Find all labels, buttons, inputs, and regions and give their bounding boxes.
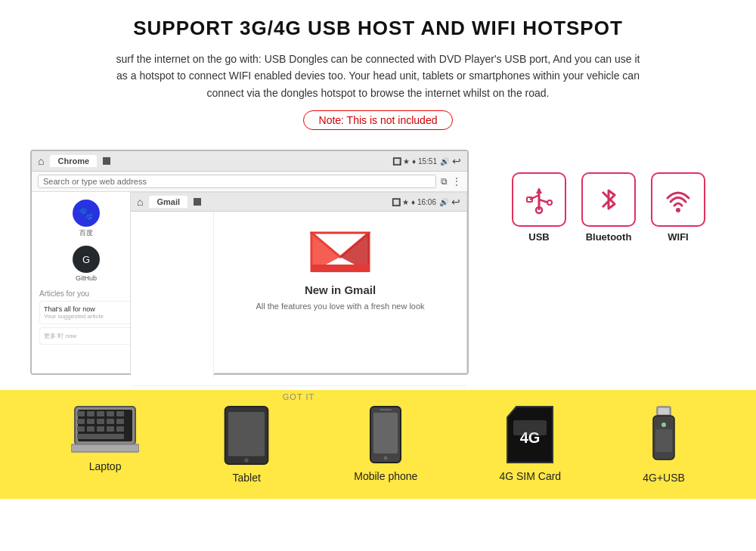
card-2: 更多 时 now bbox=[39, 327, 133, 345]
gmail-cta[interactable]: GOT IT bbox=[131, 385, 466, 407]
mobile-svg bbox=[369, 405, 402, 464]
browser-stop[interactable] bbox=[103, 157, 110, 165]
note-box: Note: This is not included bbox=[303, 110, 454, 130]
svg-rect-35 bbox=[228, 412, 265, 457]
content-area: ⌂ Chrome 🔲 ★ ♦ 15:51 🔊 ↩ Search or type … bbox=[0, 150, 756, 375]
gmail-home-icon[interactable]: ⌂ bbox=[137, 196, 143, 208]
connectivity-icons: USB Bluetooth bbox=[512, 172, 705, 243]
svg-point-12 bbox=[547, 200, 552, 205]
svg-rect-31 bbox=[107, 426, 114, 432]
usb-drive-svg bbox=[649, 405, 678, 466]
wifi-icon-item: WIFI bbox=[651, 172, 705, 243]
gmail-title: New in Gmail bbox=[229, 283, 451, 296]
browser-tab[interactable]: Chrome bbox=[50, 155, 97, 167]
browser-window: ⌂ Chrome 🔲 ★ ♦ 15:51 🔊 ↩ Search or type … bbox=[30, 150, 469, 375]
gmail-back-icon[interactable]: ↩ bbox=[451, 196, 460, 208]
svg-point-47 bbox=[662, 423, 666, 427]
gmail-left-space bbox=[131, 212, 214, 378]
gmail-volume-icon: 🔊 bbox=[439, 198, 448, 206]
bluetooth-svg-icon bbox=[592, 183, 625, 216]
card-1-sub: Your suggested article bbox=[44, 313, 129, 320]
gmail-logo-svg bbox=[310, 227, 370, 276]
svg-rect-38 bbox=[373, 413, 398, 453]
page-title: SUPPORT 3G/4G USB HOST AND WIFI HOTSPOT bbox=[45, 17, 711, 40]
svg-rect-45 bbox=[658, 408, 669, 414]
phone-mockup: ⌂ Chrome 🔲 ★ ♦ 15:51 🔊 ↩ Search or type … bbox=[30, 150, 469, 375]
svg-rect-43 bbox=[513, 420, 547, 435]
tabs-icon[interactable]: ⧉ bbox=[441, 176, 448, 187]
header-section: SUPPORT 3G/4G USB HOST AND WIFI HOTSPOT … bbox=[0, 0, 756, 150]
baidu-app-icon[interactable]: 🐾 百度 bbox=[39, 200, 133, 238]
address-bar: Search or type web address ⧉ ⋮ bbox=[32, 172, 467, 192]
usb-label: USB bbox=[512, 231, 566, 243]
back-icon[interactable]: ↩ bbox=[452, 155, 461, 167]
usb-svg-icon bbox=[522, 183, 556, 216]
svg-rect-25 bbox=[97, 419, 104, 424]
gmail-stop[interactable] bbox=[194, 198, 201, 206]
github-circle: G bbox=[73, 246, 100, 273]
card-1-title: That's all for now bbox=[44, 305, 129, 313]
tablet-svg bbox=[221, 405, 272, 466]
svg-rect-28 bbox=[77, 426, 85, 432]
svg-rect-18 bbox=[77, 411, 85, 416]
usb-drive-label: 4G+USB bbox=[643, 472, 685, 484]
github-app-icon[interactable]: G GitHub bbox=[39, 246, 133, 282]
svg-rect-27 bbox=[116, 419, 124, 424]
svg-rect-30 bbox=[97, 426, 104, 432]
gmail-overlay: ⌂ Gmail 🔲 ★ ♦ 16:06 🔊 ↩ bbox=[130, 192, 467, 373]
menu-icon[interactable]: ⋮ bbox=[452, 176, 461, 187]
svg-rect-29 bbox=[87, 426, 94, 432]
home-icon[interactable]: ⌂ bbox=[38, 155, 44, 167]
icons-section: USB Bluetooth bbox=[491, 150, 726, 243]
gmail-body: New in Gmail All the features you love w… bbox=[131, 212, 466, 378]
device-tablet: Tablet bbox=[221, 405, 272, 484]
svg-point-39 bbox=[384, 457, 388, 460]
browser-content: 🐾 百度 G GitHub Articles for you That's al… bbox=[32, 192, 467, 373]
svg-rect-17 bbox=[71, 444, 139, 452]
svg-marker-13 bbox=[536, 187, 542, 193]
github-label: GitHub bbox=[39, 274, 133, 282]
bluetooth-icon-box bbox=[581, 172, 636, 227]
svg-rect-21 bbox=[107, 411, 114, 416]
svg-rect-23 bbox=[77, 419, 85, 424]
mobile-label: Mobile phone bbox=[354, 470, 417, 482]
gmail-status-icons: 🔲 ★ ♦ 16:06 🔊 ↩ bbox=[392, 196, 460, 208]
device-mobile: Mobile phone bbox=[354, 405, 417, 482]
tablet-label: Tablet bbox=[232, 472, 260, 484]
baidu-label: 百度 bbox=[39, 228, 133, 238]
usb-icon-item: USB bbox=[512, 172, 566, 243]
bluetooth-label: Bluetooth bbox=[581, 231, 636, 243]
laptop-svg bbox=[71, 405, 139, 454]
sim-label: 4G SIM Card bbox=[499, 470, 561, 482]
status-icons: 🔲 ★ ♦ 15:51 🔊 ↩ bbox=[392, 155, 461, 167]
gmail-main: New in Gmail All the features you love w… bbox=[214, 212, 466, 378]
wifi-icon-box bbox=[651, 172, 705, 227]
laptop-label: Laptop bbox=[89, 460, 122, 472]
svg-point-36 bbox=[244, 458, 248, 462]
gmail-status-text: 🔲 ★ ♦ 16:06 bbox=[392, 198, 436, 206]
gmail-bar: ⌂ Gmail 🔲 ★ ♦ 16:06 🔊 ↩ bbox=[131, 193, 466, 212]
svg-rect-26 bbox=[107, 419, 114, 424]
svg-rect-22 bbox=[116, 411, 124, 416]
sim-svg: 4G bbox=[506, 405, 554, 464]
status-text: 🔲 ★ ♦ 15:51 bbox=[392, 157, 437, 166]
address-input[interactable]: Search or type web address bbox=[38, 175, 436, 188]
bluetooth-icon-item: Bluetooth bbox=[581, 172, 636, 243]
svg-rect-19 bbox=[87, 411, 94, 416]
device-laptop: Laptop bbox=[71, 405, 139, 472]
svg-rect-6 bbox=[311, 265, 369, 272]
card-1: That's all for now Your suggested articl… bbox=[39, 301, 133, 324]
gmail-desc: All the features you love with a fresh n… bbox=[229, 301, 451, 312]
wifi-svg-icon bbox=[662, 183, 695, 216]
gmail-tab[interactable]: Gmail bbox=[149, 196, 187, 208]
svg-point-14 bbox=[676, 208, 680, 212]
svg-rect-32 bbox=[116, 426, 124, 432]
baidu-circle: 🐾 bbox=[73, 200, 100, 227]
gmail-logo bbox=[310, 227, 370, 276]
svg-rect-33 bbox=[77, 434, 124, 439]
card-2-sub: 更多 时 now bbox=[44, 332, 129, 340]
browser-bar: ⌂ Chrome 🔲 ★ ♦ 15:51 🔊 ↩ bbox=[32, 151, 467, 172]
svg-rect-20 bbox=[97, 411, 104, 416]
device-usb-drive: 4G+USB bbox=[643, 405, 685, 484]
svg-rect-40 bbox=[380, 409, 392, 410]
